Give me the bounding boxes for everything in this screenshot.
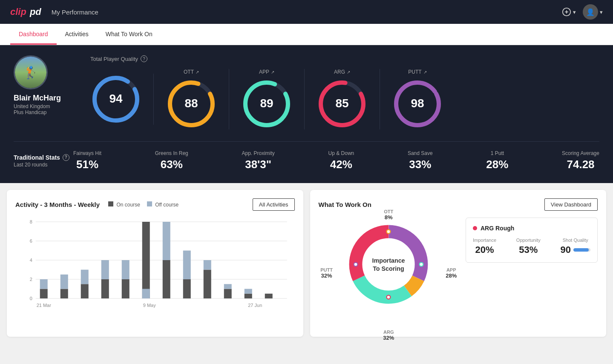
gauge-arg-label: ARG ↗ [334, 69, 350, 75]
gauge-app: APP ↗ 89 [229, 69, 305, 129]
gauge-arg: ARG ↗ 85 [305, 69, 380, 129]
tab-dashboard[interactable]: Dashboard [10, 24, 57, 45]
avatar: 👤 [583, 4, 598, 20]
mini-bar [573, 248, 590, 252]
bar-on-12 [265, 294, 273, 298]
svg-text:89: 89 [260, 97, 273, 110]
avatar-wrapper[interactable]: 👤 ▾ [583, 4, 603, 20]
bar-off-1 [40, 279, 48, 289]
bar-on-2 [60, 289, 68, 299]
tab-what-to-work-on[interactable]: What To Work On [97, 24, 161, 45]
svg-point-41 [354, 263, 358, 267]
svg-point-40 [387, 295, 391, 299]
svg-text:9 May: 9 May [143, 303, 156, 308]
putt-trend-icon: ↗ [423, 70, 427, 75]
header-title: My Performance [52, 9, 98, 16]
work-on-title: What To Work On [319, 201, 371, 208]
all-activities-button[interactable]: All Activities [253, 198, 295, 211]
arg-stat-opportunity: Opportunity 53% [516, 238, 541, 255]
bar-on-1 [40, 289, 48, 299]
activity-header-left: Activity - 3 Months - Weekly On course O… [15, 201, 178, 208]
bar-on-5 [122, 279, 130, 298]
stat-fairways-hit: Fairways Hit 51% [73, 150, 101, 171]
gauge-arg-svg: 85 [317, 78, 368, 129]
legend-on-course: On course [108, 201, 140, 208]
arg-stat-shot-quality-bar: 90 [561, 244, 590, 255]
svg-text:27 Jun: 27 Jun [248, 303, 262, 308]
bar-on-7 [163, 260, 170, 298]
trad-stats-help-icon[interactable]: ? [63, 154, 69, 161]
gauge-ott-svg: 88 [166, 78, 217, 129]
bottom-section: Activity - 3 Months - Weekly On course O… [0, 183, 613, 344]
player-country: United Kingdom [14, 103, 50, 109]
gauge-overall: 94 [90, 74, 154, 125]
quality-gauges: 94 OTT ↗ 88 [90, 69, 599, 129]
activity-card: Activity - 3 Months - Weekly On course O… [7, 190, 303, 337]
quality-title: Total Player Quality ? [90, 55, 599, 62]
arg-rough-dot [473, 226, 477, 230]
legend-off-course-dot [147, 201, 152, 206]
trad-stats-title: Traditional Stats ? [14, 154, 73, 161]
gauge-ott-label: OTT ↗ [184, 69, 199, 75]
bar-off-11 [245, 289, 252, 294]
gauge-ott: OTT ↗ 88 [154, 69, 229, 129]
gauge-overall-svg: 94 [90, 74, 141, 125]
gauge-putt: PUTT ↗ 98 [380, 69, 455, 129]
bar-off-5 [122, 260, 130, 279]
quality-section: Total Player Quality ? 94 OTT [90, 55, 599, 129]
svg-text:0: 0 [30, 296, 32, 301]
logo-text: pd [30, 6, 41, 17]
stat-up-down: Up & Down 42% [328, 150, 354, 171]
bar-on-11 [245, 294, 252, 298]
svg-text:6: 6 [30, 238, 32, 244]
view-dashboard-button[interactable]: View Dashboard [544, 198, 598, 211]
bar-off-6 [142, 289, 150, 299]
bar-off-3 [81, 270, 89, 284]
tab-activities[interactable]: Activities [57, 24, 97, 45]
arg-rough-header: ARG Rough [473, 225, 590, 232]
header: clippd My Performance ▾ 👤 ▾ [0, 0, 613, 24]
svg-text:4: 4 [30, 258, 32, 263]
bar-on-9 [204, 270, 211, 299]
traditional-stats: Traditional Stats ? Last 20 rounds Fairw… [14, 141, 599, 171]
stat-sand-save: Sand Save 33% [408, 150, 433, 171]
gauge-putt-label: PUTT ↗ [408, 69, 426, 75]
ott-trend-icon: ↗ [196, 70, 199, 75]
donut-svg: Importance To Scoring [342, 218, 435, 311]
bar-off-2 [60, 275, 68, 289]
arg-rough-stats: Importance 20% Opportunity 53% Shot Qual… [473, 238, 590, 255]
stat-scoring-average: Scoring Average 74.28 [562, 150, 599, 171]
stats-banner: 🏌️ Blair McHarg United Kingdom Plus Hand… [0, 45, 613, 183]
bar-on-4 [101, 279, 109, 298]
stat-greens-in-reg: Greens In Reg 63% [155, 150, 188, 171]
logo-area: clippd My Performance [10, 6, 98, 17]
svg-text:88: 88 [184, 97, 198, 110]
work-on-card: What To Work On View Dashboard [310, 190, 607, 337]
svg-point-38 [387, 230, 391, 234]
logo-icon: clip [10, 6, 26, 17]
putt-label: PUTT 32% [320, 267, 333, 279]
donut-wrapper: Importance To Scoring OTT 8% [333, 218, 444, 328]
quality-help-icon[interactable]: ? [141, 55, 147, 62]
bar-off-8 [183, 251, 191, 280]
arg-stat-shot-quality: Shot Quality 90 [561, 238, 590, 255]
svg-text:85: 85 [335, 97, 348, 110]
activity-card-header: Activity - 3 Months - Weekly On course O… [15, 198, 295, 211]
app-trend-icon: ↗ [271, 70, 274, 75]
ott-label: OTT 8% [384, 209, 393, 221]
tabs-bar: Dashboard Activities What To Work On [0, 24, 613, 45]
add-button[interactable]: ▾ [562, 7, 576, 17]
svg-text:8: 8 [30, 219, 32, 224]
gauge-app-svg: 89 [241, 78, 292, 129]
stat-app-proximity: App. Proximity 38'3" [242, 150, 274, 171]
svg-point-39 [420, 263, 423, 267]
chart-legend: On course Off course [108, 201, 178, 208]
svg-text:Importance: Importance [372, 257, 405, 264]
player-handicap: Plus Handicap [14, 109, 46, 115]
arg-label: ARG 32% [383, 330, 394, 341]
work-on-card-header: What To Work On View Dashboard [319, 198, 598, 211]
arg-trend-icon: ↗ [347, 70, 350, 75]
player-avatar-image: 🏌️ [15, 57, 46, 88]
svg-text:98: 98 [411, 97, 424, 110]
stats-top: 🏌️ Blair McHarg United Kingdom Plus Hand… [14, 55, 599, 129]
